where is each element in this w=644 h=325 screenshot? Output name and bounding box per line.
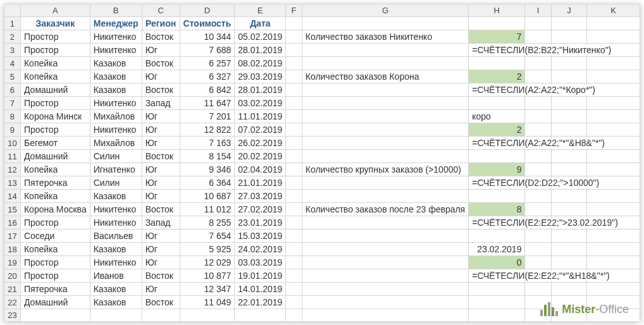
cell-I2[interactable] (525, 30, 551, 44)
cell-A23[interactable] (20, 309, 90, 322)
cell-F23[interactable] (286, 309, 302, 322)
cell-F17[interactable] (286, 230, 302, 243)
cell-H7[interactable] (469, 97, 525, 110)
cell-K8[interactable] (587, 110, 640, 123)
cell-C12[interactable]: Юг (142, 163, 180, 176)
cell-F11[interactable] (286, 150, 302, 163)
cell-J4[interactable] (551, 57, 586, 70)
cell-B2[interactable]: Никитенко (90, 30, 142, 44)
cell-B7[interactable]: Никитенко (90, 97, 142, 110)
cell-D16[interactable]: 8 255 (180, 216, 235, 230)
row-header-11[interactable]: 11 (4, 150, 21, 163)
cell-F12[interactable] (286, 163, 302, 176)
row-header-14[interactable]: 14 (4, 190, 21, 203)
cell-F1[interactable] (286, 17, 302, 30)
row-header-9[interactable]: 9 (4, 123, 21, 137)
cell-G21[interactable] (302, 283, 468, 296)
col-header-I[interactable]: I (525, 4, 551, 17)
cell-E4[interactable]: 08.02.2019 (235, 57, 286, 70)
cell-A2[interactable]: Простор (20, 30, 90, 44)
cell-D20[interactable]: 10 877 (180, 269, 235, 283)
cell-A15[interactable]: Корона Москва (20, 203, 90, 216)
cell-H3[interactable]: =СЧЁТЕСЛИ(B2:B22;"Никитенко") (469, 44, 525, 57)
cell-H5[interactable]: 2 (469, 70, 525, 83)
row-header-3[interactable]: 3 (4, 44, 21, 57)
cell-E19[interactable]: 03.03.2019 (235, 256, 286, 269)
cell-F8[interactable] (286, 110, 302, 123)
cell-G4[interactable] (302, 57, 468, 70)
cell-C23[interactable] (142, 309, 180, 322)
cell-C13[interactable]: Юг (142, 176, 180, 190)
cell-E13[interactable]: 21.01.2019 (235, 176, 286, 190)
cell-A16[interactable]: Простор (20, 216, 90, 230)
col-header-F[interactable]: F (286, 4, 302, 17)
cell-D3[interactable]: 7 688 (180, 44, 235, 57)
cell-D13[interactable]: 6 364 (180, 176, 235, 190)
cell-H21[interactable] (469, 283, 525, 296)
cell-H2[interactable]: 7 (469, 30, 525, 44)
cell-E18[interactable]: 24.02.2019 (235, 243, 286, 256)
col-header-B[interactable]: B (90, 4, 142, 17)
cell-F10[interactable] (286, 137, 302, 150)
cell-I17[interactable] (525, 230, 551, 243)
cell-E9[interactable]: 07.02.2019 (235, 123, 286, 137)
cell-D5[interactable]: 6 327 (180, 70, 235, 83)
cell-G7[interactable] (302, 97, 468, 110)
cell-C19[interactable]: Юг (142, 256, 180, 269)
cell-G3[interactable] (302, 44, 468, 57)
cell-D6[interactable]: 6 842 (180, 83, 235, 97)
cell-E21[interactable]: 14.01.2019 (235, 283, 286, 296)
col-header-G[interactable]: G (302, 4, 468, 17)
cell-F21[interactable] (286, 283, 302, 296)
row-header-4[interactable]: 4 (4, 57, 21, 70)
cell-G16[interactable] (302, 216, 468, 230)
cell-B11[interactable]: Силин (90, 150, 142, 163)
cell-A9[interactable]: Простор (20, 123, 90, 137)
cell-G23[interactable] (302, 309, 468, 322)
cell-D15[interactable]: 11 012 (180, 203, 235, 216)
cell-H20[interactable]: =СЧЁТЕСЛИ(E2:E22;"*"&H18&"*") (469, 269, 525, 283)
cell-A22[interactable]: Домашний (20, 296, 90, 309)
cell-B1[interactable]: Менеджер (90, 17, 142, 30)
cell-A17[interactable]: Соседи (20, 230, 90, 243)
col-header-H[interactable]: H (469, 4, 525, 17)
cell-C11[interactable]: Восток (142, 150, 180, 163)
cell-A12[interactable]: Копейка (20, 163, 90, 176)
cell-K15[interactable] (587, 203, 640, 216)
row-header-5[interactable]: 5 (4, 70, 21, 83)
cell-H22[interactable] (469, 296, 525, 309)
cell-K2[interactable] (587, 30, 640, 44)
row-header-15[interactable]: 15 (4, 203, 21, 216)
cell-G22[interactable] (302, 296, 468, 309)
cell-F3[interactable] (286, 44, 302, 57)
cell-J1[interactable] (551, 17, 586, 30)
cell-I5[interactable] (525, 70, 551, 83)
cell-C20[interactable]: Восток (142, 269, 180, 283)
col-header-J[interactable]: J (551, 4, 586, 17)
cell-K5[interactable] (587, 70, 640, 83)
cell-G11[interactable] (302, 150, 468, 163)
cell-F19[interactable] (286, 256, 302, 269)
cell-J17[interactable] (551, 230, 586, 243)
cell-E14[interactable]: 27.03.2019 (235, 190, 286, 203)
row-header-21[interactable]: 21 (4, 283, 21, 296)
cell-H17[interactable] (469, 230, 525, 243)
cell-J2[interactable] (551, 30, 586, 44)
cell-G10[interactable] (302, 137, 468, 150)
cell-I7[interactable] (525, 97, 551, 110)
cell-F7[interactable] (286, 97, 302, 110)
cell-B20[interactable]: Иванов (90, 269, 142, 283)
row-header-6[interactable]: 6 (4, 83, 21, 97)
cell-I15[interactable] (525, 203, 551, 216)
cell-C1[interactable]: Регион (142, 17, 180, 30)
cell-K11[interactable] (587, 150, 640, 163)
cell-I8[interactable] (525, 110, 551, 123)
cell-I12[interactable] (525, 163, 551, 176)
cell-G19[interactable] (302, 256, 468, 269)
cell-J7[interactable] (551, 97, 586, 110)
cell-H9[interactable]: 2 (469, 123, 525, 137)
cell-J5[interactable] (551, 70, 586, 83)
col-header-D[interactable]: D (180, 4, 235, 17)
cell-E22[interactable]: 22.01.2019 (235, 296, 286, 309)
cell-G18[interactable] (302, 243, 468, 256)
